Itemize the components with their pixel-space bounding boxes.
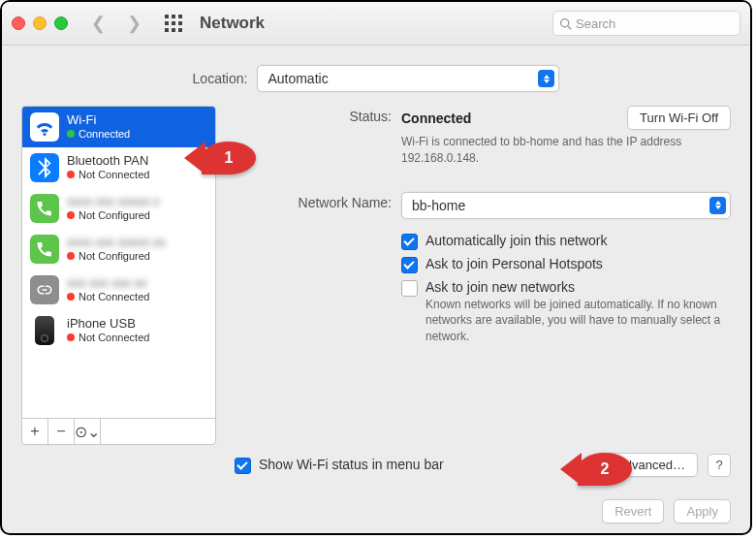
sidebar-item-status: Not Connected: [79, 291, 149, 303]
ask-new-label: Ask to join new networks: [425, 279, 731, 295]
service-menu-button[interactable]: ⊙⌄: [75, 419, 101, 444]
sidebar-item-label: xxxx xxx xxxxx x: [67, 195, 159, 209]
ask-new-checkbox[interactable]: Ask to join new networks Known networks …: [401, 279, 731, 345]
show-all-icon[interactable]: [165, 15, 182, 32]
forward-button[interactable]: ❯: [121, 13, 147, 34]
zoom-icon[interactable]: [54, 16, 68, 30]
status-row: Status: Connected Turn Wi-Fi Off Wi-Fi i…: [232, 106, 731, 167]
sidebar-item-status: Not Connected: [79, 332, 149, 344]
network-name-value: bb-home: [412, 198, 465, 213]
status-value: Connected: [401, 111, 471, 126]
phone-icon: [30, 194, 59, 223]
sidebar-item-status: Connected: [79, 128, 130, 141]
sidebar-item-label: xxxx xxx xxxxx xx: [67, 236, 166, 250]
location-row: Location: Automatic: [2, 46, 750, 106]
sidebar-item-status: Not Connected: [79, 169, 149, 181]
search-placeholder: Search: [576, 16, 615, 31]
sidebar-footer: + − ⊙⌄: [22, 418, 215, 444]
search-icon: [559, 17, 572, 30]
sidebar-item-label: Bluetooth PAN: [67, 154, 149, 169]
auto-join-checkbox[interactable]: Automatically join this network: [401, 233, 731, 250]
auto-join-label: Automatically join this network: [425, 233, 608, 248]
detail-pane: Status: Connected Turn Wi-Fi Off Wi-Fi i…: [232, 106, 731, 445]
show-status-label: Show Wi-Fi status in menu bar: [259, 457, 444, 472]
apply-button[interactable]: Apply: [674, 499, 731, 523]
location-select[interactable]: Automatic: [257, 65, 559, 92]
annotation-pin-1: 1: [202, 142, 256, 174]
turn-wifi-off-button[interactable]: Turn Wi-Fi Off: [627, 106, 731, 130]
show-status-checkbox[interactable]: Show Wi-Fi status in menu bar: [235, 457, 444, 474]
network-name-row: Network Name: bb-home Automatically join…: [232, 192, 731, 351]
checkbox-icon: [235, 458, 251, 474]
search-input[interactable]: Search: [552, 11, 740, 36]
phone-icon: [30, 235, 59, 264]
titlebar: ❮ ❯ Network Search: [2, 2, 750, 46]
add-service-button[interactable]: +: [22, 419, 48, 444]
status-dot-icon: [67, 252, 75, 260]
svg-line-1: [568, 25, 571, 28]
bluetooth-icon: [30, 153, 59, 182]
window-footer: Revert Apply: [2, 499, 750, 523]
status-dot-icon: [67, 293, 75, 301]
iphone-icon: [35, 316, 54, 345]
status-dot-icon: [67, 333, 75, 341]
location-value: Automatic: [268, 71, 328, 86]
link-icon: [30, 275, 59, 304]
chevron-up-down-icon: [709, 197, 726, 214]
status-dot-icon: [67, 171, 75, 178]
revert-button[interactable]: Revert: [602, 499, 664, 523]
sidebar-item-hidden-3[interactable]: xxx xxx xxx xx Not Connected: [22, 270, 215, 310]
main: Wi-Fi Connected Bluetooth PAN Not Connec…: [2, 106, 750, 445]
sidebar-item-status: Not Configured: [79, 250, 150, 263]
ask-new-hint: Known networks will be joined automatica…: [425, 297, 731, 345]
help-button[interactable]: ?: [708, 454, 731, 477]
close-icon[interactable]: [12, 16, 25, 30]
wifi-icon: [30, 112, 59, 142]
ask-hotspot-checkbox[interactable]: Ask to join Personal Hotspots: [401, 256, 731, 273]
back-button[interactable]: ❮: [85, 13, 111, 34]
status-hint: Wi-Fi is connected to bb-home and has th…: [401, 134, 711, 167]
annotation-pin-2: 2: [578, 453, 632, 486]
checkbox-icon: [401, 234, 418, 250]
ask-hotspot-label: Ask to join Personal Hotspots: [425, 256, 603, 271]
network-name-label: Network Name:: [232, 192, 401, 210]
sidebar-item-label: xxx xxx xxx xx: [67, 276, 149, 291]
sidebar-item-status: Not Configured: [79, 209, 150, 222]
sidebar-item-hidden-2[interactable]: xxxx xxx xxxxx xx Not Configured: [22, 229, 215, 270]
sidebar-item-hidden-1[interactable]: xxxx xxx xxxxx x Not Configured: [22, 188, 215, 229]
status-dot-icon: [67, 130, 75, 138]
svg-point-0: [561, 18, 569, 26]
window: ❮ ❯ Network Search Location: Automatic: [0, 0, 752, 535]
checkbox-icon: [401, 280, 418, 297]
status-dot-icon: [67, 211, 75, 219]
checkbox-icon: [401, 257, 418, 273]
traffic-lights: [12, 16, 68, 30]
minimize-icon[interactable]: [33, 16, 47, 30]
network-name-select[interactable]: bb-home: [401, 192, 731, 219]
remove-service-button[interactable]: −: [48, 419, 75, 444]
sidebar-item-label: Wi-Fi: [67, 113, 130, 128]
location-label: Location:: [193, 71, 248, 86]
sidebar-item-iphone-usb[interactable]: iPhone USB Not Connected: [22, 310, 215, 351]
chevron-up-down-icon: [538, 70, 554, 87]
status-label: Status:: [232, 106, 401, 124]
sidebar-item-label: iPhone USB: [67, 317, 149, 332]
page-title: Network: [200, 14, 265, 33]
menubar-status-row: Show Wi-Fi status in menu bar Advanced… …: [235, 453, 731, 477]
